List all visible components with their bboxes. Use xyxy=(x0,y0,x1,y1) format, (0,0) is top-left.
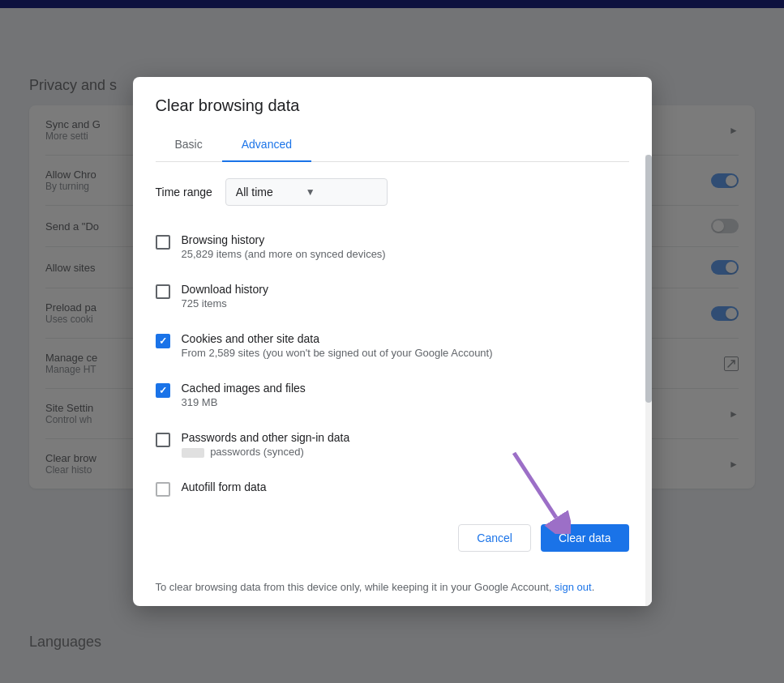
autofill-label: Autofill form data xyxy=(182,480,629,493)
time-range-row: Time range All time ▼ xyxy=(156,178,629,206)
cached-images-info: Cached images and files 319 MB xyxy=(182,382,629,408)
cookies-sublabel: From 2,589 sites (you won't be signed ou… xyxy=(182,347,629,359)
cached-images-label: Cached images and files xyxy=(182,382,629,395)
scrollbar-thumb xyxy=(645,155,652,403)
cookies-info: Cookies and other site data From 2,589 s… xyxy=(182,332,629,359)
list-item: Cookies and other site data From 2,589 s… xyxy=(156,321,629,370)
autofill-info: Autofill form data xyxy=(182,480,629,493)
list-item: Browsing history 25,829 items (and more … xyxy=(156,222,629,271)
browsing-history-sublabel: 25,829 items (and more on synced devices… xyxy=(182,248,629,260)
dialog-body: Time range All time ▼ Browsing history 2… xyxy=(133,162,652,524)
scrollbar-track xyxy=(645,155,652,606)
list-item: Download history 725 items xyxy=(156,271,629,321)
list-item: Autofill form data xyxy=(156,469,629,508)
dialog-actions: Cancel Clear data xyxy=(133,524,652,568)
dialog-title: Clear browsing data xyxy=(156,96,629,115)
footer-text: To clear browsing data from this device … xyxy=(156,581,552,593)
autofill-checkbox[interactable] xyxy=(156,482,170,497)
cached-images-sublabel: 319 MB xyxy=(182,396,629,408)
password-count-placeholder xyxy=(182,448,204,458)
time-range-select[interactable]: All time ▼ xyxy=(225,178,388,206)
time-range-label: Time range xyxy=(156,186,212,198)
list-item: Cached images and files 319 MB xyxy=(156,370,629,420)
sign-out-link[interactable]: sign out xyxy=(555,581,592,593)
cancel-button[interactable]: Cancel xyxy=(458,524,531,552)
checkbox-list: Browsing history 25,829 items (and more … xyxy=(156,222,629,508)
passwords-sublabel: passwords (synced) xyxy=(182,446,629,458)
download-history-label: Download history xyxy=(182,283,629,296)
list-item: Passwords and other sign-in data passwor… xyxy=(156,420,629,469)
download-history-info: Download history 725 items xyxy=(182,283,629,309)
download-history-checkbox[interactable] xyxy=(156,284,170,299)
dialog-footer: To clear browsing data from this device … xyxy=(133,568,652,606)
passwords-info: Passwords and other sign-in data passwor… xyxy=(182,431,629,458)
footer-suffix: . xyxy=(592,581,595,593)
download-history-sublabel: 725 items xyxy=(182,297,629,309)
cookies-checkbox[interactable] xyxy=(156,334,170,348)
cached-images-checkbox[interactable] xyxy=(156,383,170,398)
tab-bar: Basic Advanced xyxy=(156,128,629,162)
clear-browsing-data-dialog: Clear browsing data Basic Advanced Time … xyxy=(133,77,652,606)
cookies-label: Cookies and other site data xyxy=(182,332,629,345)
browsing-history-label: Browsing history xyxy=(182,233,629,246)
dropdown-arrow-icon: ▼ xyxy=(306,186,315,198)
passwords-label: Passwords and other sign-in data xyxy=(182,431,629,444)
browsing-history-checkbox[interactable] xyxy=(156,235,170,250)
clear-data-button[interactable]: Clear data xyxy=(541,524,629,552)
passwords-checkbox[interactable] xyxy=(156,433,170,447)
time-range-value: All time xyxy=(236,186,273,198)
passwords-sublabel-text: passwords (synced) xyxy=(210,446,304,458)
tab-advanced[interactable]: Advanced xyxy=(222,128,311,162)
modal-overlay: Clear browsing data Basic Advanced Time … xyxy=(0,0,784,683)
tab-basic[interactable]: Basic xyxy=(156,128,222,162)
browsing-history-info: Browsing history 25,829 items (and more … xyxy=(182,233,629,260)
dialog-header: Clear browsing data xyxy=(133,77,652,128)
